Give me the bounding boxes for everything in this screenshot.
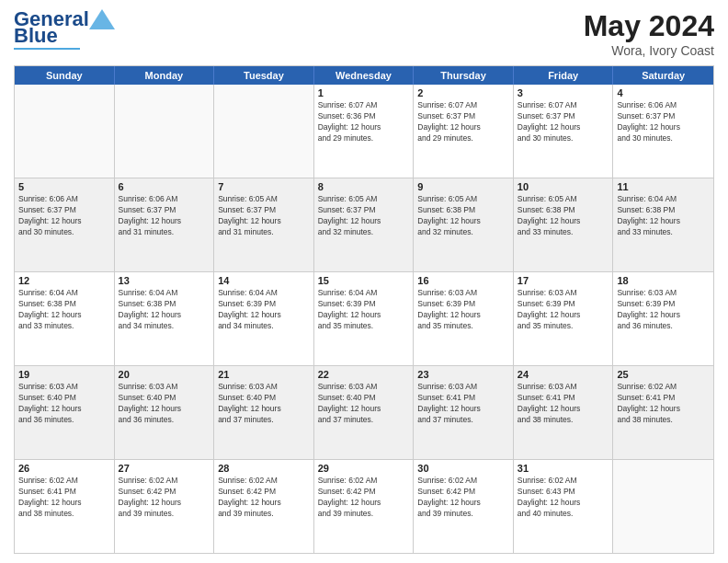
cell-info: Sunrise: 6:05 AM Sunset: 6:37 PM Dayligh… (318, 194, 410, 238)
day-number: 30 (417, 463, 509, 474)
cell-info: Sunrise: 6:03 AM Sunset: 6:41 PM Dayligh… (417, 382, 509, 426)
logo-blue-text: Blue (14, 26, 58, 46)
cell-info: Sunrise: 6:02 AM Sunset: 6:43 PM Dayligh… (518, 476, 609, 520)
calendar-cell: 10Sunrise: 6:05 AM Sunset: 6:38 PM Dayli… (514, 178, 614, 271)
calendar-cell: 18Sunrise: 6:03 AM Sunset: 6:39 PM Dayli… (613, 272, 713, 365)
calendar-cell: 23Sunrise: 6:03 AM Sunset: 6:41 PM Dayli… (414, 366, 514, 459)
calendar-cell (214, 85, 314, 178)
cell-info: Sunrise: 6:03 AM Sunset: 6:40 PM Dayligh… (218, 382, 310, 426)
calendar-cell: 2Sunrise: 6:07 AM Sunset: 6:37 PM Daylig… (414, 85, 514, 178)
day-number: 3 (518, 87, 609, 98)
svg-marker-0 (89, 9, 115, 29)
cell-info: Sunrise: 6:07 AM Sunset: 6:37 PM Dayligh… (417, 100, 509, 144)
cell-info: Sunrise: 6:03 AM Sunset: 6:40 PM Dayligh… (318, 382, 410, 426)
calendar-cell: 30Sunrise: 6:02 AM Sunset: 6:42 PM Dayli… (414, 460, 514, 553)
calendar-cell: 16Sunrise: 6:03 AM Sunset: 6:39 PM Dayli… (414, 272, 514, 365)
day-number: 11 (617, 181, 710, 192)
day-number: 14 (218, 275, 310, 286)
calendar-cell: 15Sunrise: 6:04 AM Sunset: 6:39 PM Dayli… (314, 272, 415, 365)
day-number: 15 (318, 275, 410, 286)
header-day-wednesday: Wednesday (314, 66, 415, 85)
calendar-row-4: 19Sunrise: 6:03 AM Sunset: 6:40 PM Dayli… (15, 365, 713, 459)
calendar-row-5: 26Sunrise: 6:02 AM Sunset: 6:41 PM Dayli… (15, 459, 713, 553)
cell-info: Sunrise: 6:03 AM Sunset: 6:39 PM Dayligh… (518, 288, 609, 332)
calendar-cell (15, 85, 115, 178)
cell-info: Sunrise: 6:05 AM Sunset: 6:37 PM Dayligh… (218, 194, 310, 238)
cell-info: Sunrise: 6:06 AM Sunset: 6:37 PM Dayligh… (18, 194, 110, 238)
cell-info: Sunrise: 6:04 AM Sunset: 6:38 PM Dayligh… (617, 194, 710, 238)
calendar-body: 1Sunrise: 6:07 AM Sunset: 6:36 PM Daylig… (15, 85, 713, 553)
day-number: 22 (318, 369, 410, 380)
calendar-cell: 6Sunrise: 6:06 AM Sunset: 6:37 PM Daylig… (115, 178, 215, 271)
day-number: 6 (119, 181, 210, 192)
day-number: 24 (518, 369, 609, 380)
cell-info: Sunrise: 6:02 AM Sunset: 6:42 PM Dayligh… (318, 476, 410, 520)
cell-info: Sunrise: 6:02 AM Sunset: 6:41 PM Dayligh… (617, 382, 710, 426)
cell-info: Sunrise: 6:04 AM Sunset: 6:39 PM Dayligh… (218, 288, 310, 332)
header-day-thursday: Thursday (414, 66, 514, 85)
cell-info: Sunrise: 6:02 AM Sunset: 6:41 PM Dayligh… (18, 476, 110, 520)
page: General Blue May 2024 Wora, Ivory Coast … (0, 0, 728, 563)
calendar-cell: 24Sunrise: 6:03 AM Sunset: 6:41 PM Dayli… (514, 366, 614, 459)
day-number: 5 (18, 181, 110, 192)
cell-info: Sunrise: 6:04 AM Sunset: 6:39 PM Dayligh… (318, 288, 410, 332)
calendar-cell: 22Sunrise: 6:03 AM Sunset: 6:40 PM Dayli… (314, 366, 415, 459)
calendar-cell: 12Sunrise: 6:04 AM Sunset: 6:38 PM Dayli… (15, 272, 115, 365)
calendar-cell: 19Sunrise: 6:03 AM Sunset: 6:40 PM Dayli… (15, 366, 115, 459)
header-day-sunday: Sunday (15, 66, 115, 85)
day-number: 17 (518, 275, 609, 286)
calendar-header: SundayMondayTuesdayWednesdayThursdayFrid… (15, 66, 713, 85)
day-number: 7 (218, 181, 310, 192)
header-day-friday: Friday (514, 66, 614, 85)
day-number: 9 (417, 181, 509, 192)
cell-info: Sunrise: 6:03 AM Sunset: 6:40 PM Dayligh… (18, 382, 110, 426)
calendar-cell: 26Sunrise: 6:02 AM Sunset: 6:41 PM Dayli… (15, 460, 115, 553)
cell-info: Sunrise: 6:06 AM Sunset: 6:37 PM Dayligh… (119, 194, 210, 238)
cell-info: Sunrise: 6:02 AM Sunset: 6:42 PM Dayligh… (119, 476, 210, 520)
title-area: May 2024 Wora, Ivory Coast (584, 9, 714, 58)
calendar: SundayMondayTuesdayWednesdayThursdayFrid… (14, 65, 714, 554)
day-number: 1 (318, 87, 410, 98)
calendar-cell (115, 85, 215, 178)
logo-underline (14, 48, 80, 50)
day-number: 23 (417, 369, 509, 380)
day-number: 28 (218, 463, 310, 474)
day-number: 31 (518, 463, 609, 474)
day-number: 4 (617, 87, 710, 98)
calendar-cell: 11Sunrise: 6:04 AM Sunset: 6:38 PM Dayli… (613, 178, 713, 271)
day-number: 26 (18, 463, 110, 474)
calendar-cell: 31Sunrise: 6:02 AM Sunset: 6:43 PM Dayli… (514, 460, 614, 553)
day-number: 2 (417, 87, 509, 98)
calendar-cell: 5Sunrise: 6:06 AM Sunset: 6:37 PM Daylig… (15, 178, 115, 271)
day-number: 25 (617, 369, 710, 380)
calendar-cell: 14Sunrise: 6:04 AM Sunset: 6:39 PM Dayli… (214, 272, 314, 365)
day-number: 10 (518, 181, 609, 192)
header-day-saturday: Saturday (613, 66, 713, 85)
cell-info: Sunrise: 6:02 AM Sunset: 6:42 PM Dayligh… (417, 476, 509, 520)
calendar-cell: 13Sunrise: 6:04 AM Sunset: 6:38 PM Dayli… (115, 272, 215, 365)
header-day-tuesday: Tuesday (214, 66, 314, 85)
cell-info: Sunrise: 6:07 AM Sunset: 6:36 PM Dayligh… (318, 100, 410, 144)
day-number: 16 (417, 275, 509, 286)
calendar-cell: 25Sunrise: 6:02 AM Sunset: 6:41 PM Dayli… (613, 366, 713, 459)
day-number: 18 (617, 275, 710, 286)
day-number: 27 (119, 463, 210, 474)
calendar-cell: 8Sunrise: 6:05 AM Sunset: 6:37 PM Daylig… (314, 178, 415, 271)
calendar-cell: 4Sunrise: 6:06 AM Sunset: 6:37 PM Daylig… (613, 85, 713, 178)
cell-info: Sunrise: 6:03 AM Sunset: 6:40 PM Dayligh… (119, 382, 210, 426)
calendar-row-2: 5Sunrise: 6:06 AM Sunset: 6:37 PM Daylig… (15, 178, 713, 271)
day-number: 13 (119, 275, 210, 286)
calendar-cell: 9Sunrise: 6:05 AM Sunset: 6:38 PM Daylig… (414, 178, 514, 271)
cell-info: Sunrise: 6:03 AM Sunset: 6:39 PM Dayligh… (617, 288, 710, 332)
cell-info: Sunrise: 6:05 AM Sunset: 6:38 PM Dayligh… (417, 194, 509, 238)
day-number: 29 (318, 463, 410, 474)
day-number: 20 (119, 369, 210, 380)
cell-info: Sunrise: 6:03 AM Sunset: 6:41 PM Dayligh… (518, 382, 609, 426)
header: General Blue May 2024 Wora, Ivory Coast (14, 9, 714, 58)
cell-info: Sunrise: 6:02 AM Sunset: 6:42 PM Dayligh… (218, 476, 310, 520)
cell-info: Sunrise: 6:06 AM Sunset: 6:37 PM Dayligh… (617, 100, 710, 144)
cell-info: Sunrise: 6:04 AM Sunset: 6:38 PM Dayligh… (18, 288, 110, 332)
calendar-cell: 1Sunrise: 6:07 AM Sunset: 6:36 PM Daylig… (314, 85, 415, 178)
calendar-cell: 7Sunrise: 6:05 AM Sunset: 6:37 PM Daylig… (214, 178, 314, 271)
calendar-cell: 28Sunrise: 6:02 AM Sunset: 6:42 PM Dayli… (214, 460, 314, 553)
